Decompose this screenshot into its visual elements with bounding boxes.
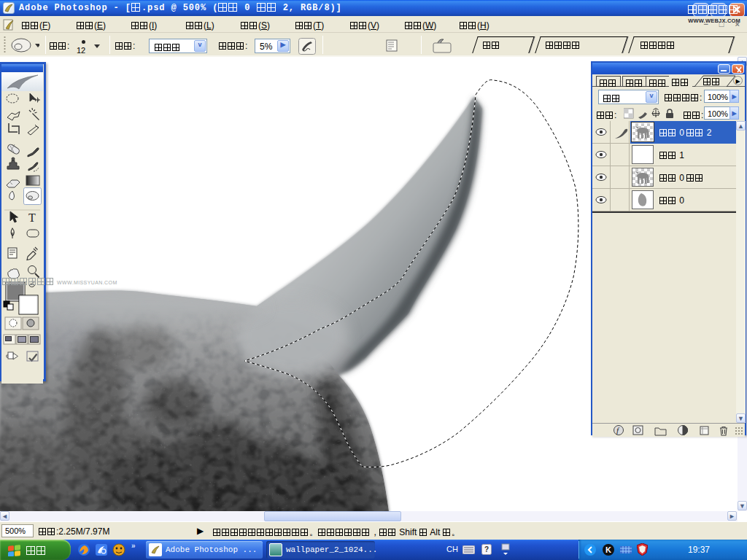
svg-text:K: K [605, 545, 611, 554]
svg-text:?: ? [484, 545, 489, 553]
svg-text:T: T [28, 211, 36, 224]
